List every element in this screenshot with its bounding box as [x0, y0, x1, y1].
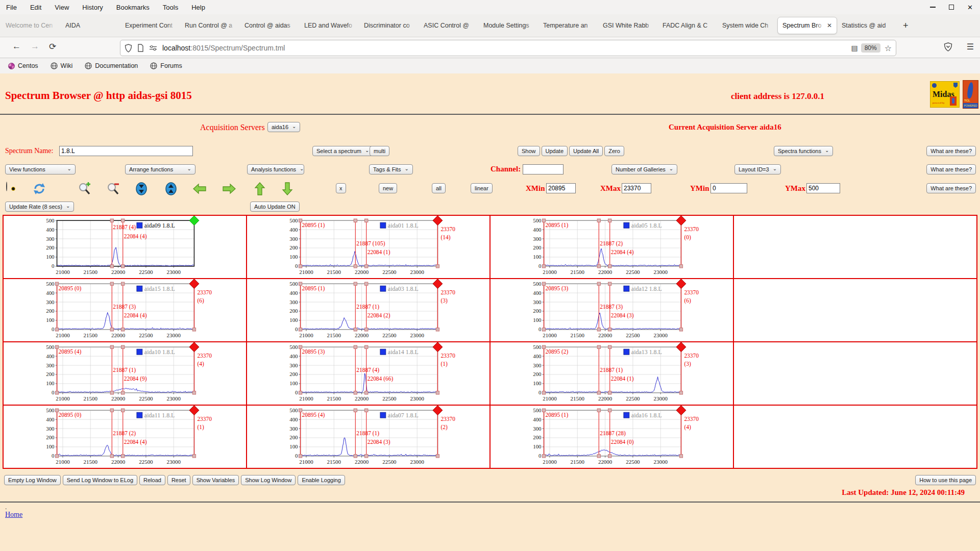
url-bar[interactable]: localhost:8015/Spectrum/Spectrum.tml ▤ 8… — [120, 40, 896, 56]
back-arrow-icon[interactable]: ← — [12, 41, 21, 52]
spectrum-panel-aida03[interactable]: 0100200300400500210002150022000225002300… — [247, 279, 490, 342]
tab-aida[interactable]: AIDA — [61, 17, 120, 34]
xmin-input[interactable] — [546, 183, 576, 193]
arrow-down-icon[interactable] — [281, 182, 294, 195]
what-are-these-button-2[interactable]: What are these? — [926, 164, 976, 174]
zoom-in-icon[interactable] — [78, 182, 91, 195]
what-are-these-button-1[interactable]: What are these? — [926, 146, 976, 156]
update-all-button[interactable]: Update All — [569, 146, 603, 156]
tab-spectrum-bro[interactable]: Spectrum Bro✕ — [777, 17, 837, 34]
x-button[interactable]: x — [336, 183, 346, 193]
zero-button[interactable]: Zero — [604, 146, 624, 156]
spectrum-chart[interactable]: 0100200300400500210002150022000225002300… — [4, 342, 246, 405]
all-button[interactable]: all — [432, 183, 446, 193]
new-tab-button[interactable]: + — [897, 19, 915, 32]
ymax-input[interactable] — [806, 183, 840, 193]
spectrum-panel-aida10[interactable]: 0100200300400500210002150022000225002300… — [3, 342, 247, 405]
menu-help[interactable]: Help — [191, 4, 205, 11]
menu-hamburger-icon[interactable]: ☰ — [967, 42, 974, 52]
bookmark-wiki[interactable]: Wiki — [51, 62, 73, 69]
linear-button[interactable]: linear — [471, 183, 493, 193]
spectrum-chart[interactable]: 0100200300400500210002150022000225002300… — [247, 342, 489, 405]
tab-gsi-white-rabb[interactable]: GSI White Rabb — [598, 17, 658, 34]
menu-history[interactable]: History — [82, 4, 103, 11]
how-to-use-button[interactable]: How to use this page — [915, 475, 976, 485]
spectrum-panel-aida09[interactable]: 0100200300400500210002150022000225002300… — [3, 215, 247, 279]
auto-update-button[interactable]: Auto Update ON — [250, 202, 300, 212]
refresh-icon[interactable] — [33, 182, 46, 195]
tab-fadc-align-c[interactable]: FADC Align & C — [658, 17, 718, 34]
spectrum-chart[interactable]: 0100200300400500210002150022000225002300… — [247, 279, 489, 341]
tab-statistics-aid[interactable]: Statistics @ aid — [837, 17, 897, 34]
tab-welcome-to-cen[interactable]: Welcome to Cen — [1, 17, 61, 34]
spectrum-chart[interactable]: 0100200300400500210002150022000225002300… — [4, 279, 246, 341]
spectrum-panel-aida01[interactable]: 0100200300400500210002150022000225002300… — [247, 215, 490, 279]
arrow-right-icon[interactable] — [223, 182, 236, 195]
maximize-icon[interactable] — [949, 5, 954, 10]
midas-logo[interactable]: Midas powered by — [930, 81, 960, 108]
spectrum-panel-aida14[interactable]: 0100200300400500210002150022000225002300… — [247, 342, 490, 405]
bookmark-centos[interactable]: Centos — [8, 62, 38, 69]
bookmark-forums[interactable]: Forums — [150, 62, 182, 69]
spectrum-panel-aida13[interactable]: 0100200300400500210002150022000225002300… — [490, 342, 733, 405]
tab-run-control-a[interactable]: Run Control @ a — [180, 17, 240, 34]
spectrum-panel-aida12[interactable]: 0100200300400500210002150022000225002300… — [490, 279, 733, 342]
home-link[interactable]: Home — [5, 511, 22, 519]
spectrum-chart[interactable]: 0100200300400500210002150022000225002300… — [491, 216, 733, 278]
url-text[interactable]: localhost:8015/Spectrum/Spectrum.tml — [162, 44, 851, 52]
zoom-out-icon[interactable] — [106, 182, 119, 195]
spectrum-panel-aida15[interactable]: 0100200300400500210002150022000225002300… — [3, 279, 247, 342]
channel-input[interactable] — [523, 164, 564, 174]
arrow-left-icon[interactable] — [193, 182, 206, 195]
spectra-functions-dropdown[interactable]: Spectra functions — [774, 146, 833, 156]
menu-view[interactable]: View — [55, 4, 69, 11]
spectrum-chart[interactable]: 0100200300400500210002150022000225002300… — [247, 216, 489, 278]
spectrum-chart[interactable]: 0100200300400500210002150022000225002300… — [491, 279, 733, 341]
page-icon[interactable] — [137, 44, 144, 52]
tab-temperature-an[interactable]: Temperature an — [538, 17, 598, 34]
show-log-window-button[interactable]: Show Log Window — [241, 475, 296, 485]
tab-system-wide-ch[interactable]: System wide Ch — [718, 17, 777, 34]
tab-discriminator-co[interactable]: Discriminator co — [359, 17, 419, 34]
multi-button[interactable]: multi — [370, 146, 389, 156]
spectrum-panel-aida05[interactable]: 0100200300400500210002150022000225002300… — [490, 215, 733, 279]
spectrum-name-input[interactable] — [59, 146, 193, 156]
expand-vertical-icon[interactable] — [164, 182, 178, 195]
zoom-level-badge[interactable]: 80% — [861, 43, 880, 53]
what-are-these-button-3[interactable]: What are these? — [926, 183, 976, 193]
spectrum-chart[interactable]: 0100200300400500210002150022000225002300… — [4, 406, 246, 468]
reset-button[interactable]: Reset — [167, 475, 190, 485]
spectrum-panel-aida16[interactable]: 0100200300400500210002150022000225002300… — [490, 405, 733, 468]
reload-button[interactable]: Reload — [139, 475, 165, 485]
permissions-icon[interactable] — [149, 45, 157, 51]
spectrum-chart[interactable]: 0100200300400500210002150022000225002300… — [4, 216, 246, 278]
number-of-galleries-dropdown[interactable]: Number of Galleries — [611, 164, 677, 174]
empty-log-window-button[interactable]: Empty Log Window — [4, 475, 61, 485]
enable-logging-button[interactable]: Enable Logging — [298, 475, 345, 485]
radiation-icon[interactable] — [6, 182, 7, 191]
reader-mode-icon[interactable]: ▤ — [851, 44, 856, 52]
xmax-input[interactable] — [622, 183, 651, 193]
pocket-icon[interactable] — [944, 42, 952, 52]
tab-module-settings[interactable]: Module Settings — [479, 17, 538, 34]
acquisition-server-select[interactable]: aida16 — [267, 122, 300, 132]
tab-led-and-wavefo[interactable]: LED and Wavefo — [300, 17, 359, 34]
tags-fits-dropdown[interactable]: Tags & Fits — [369, 164, 413, 174]
spectrum-panel-aida11[interactable]: 0100200300400500210002150022000225002300… — [3, 405, 247, 468]
arrow-up-icon[interactable] — [253, 182, 266, 195]
tab-close-icon[interactable]: ✕ — [827, 22, 832, 29]
menu-edit[interactable]: Edit — [30, 4, 41, 11]
tab-experiment-cont[interactable]: Experiment Cont — [120, 17, 180, 34]
shield-icon[interactable] — [125, 44, 132, 53]
ymin-input[interactable] — [710, 183, 747, 193]
send-log-window-to-elog-button[interactable]: Send Log Window to ELog — [63, 475, 137, 485]
show-variables-button[interactable]: Show Variables — [192, 475, 239, 485]
menu-tools[interactable]: Tools — [163, 4, 178, 11]
new-button[interactable]: new — [379, 183, 397, 193]
menu-file[interactable]: File — [6, 4, 17, 11]
tab-control-aidas[interactable]: Control @ aidas — [240, 17, 300, 34]
spectrum-panel-aida07[interactable]: 0100200300400500210002150022000225002300… — [247, 405, 490, 468]
bookmark-star-icon[interactable]: ☆ — [885, 43, 892, 53]
bookmark-documentation[interactable]: Documentation — [85, 62, 138, 69]
layout-id-dropdown[interactable]: Layout ID=3 — [734, 164, 781, 174]
